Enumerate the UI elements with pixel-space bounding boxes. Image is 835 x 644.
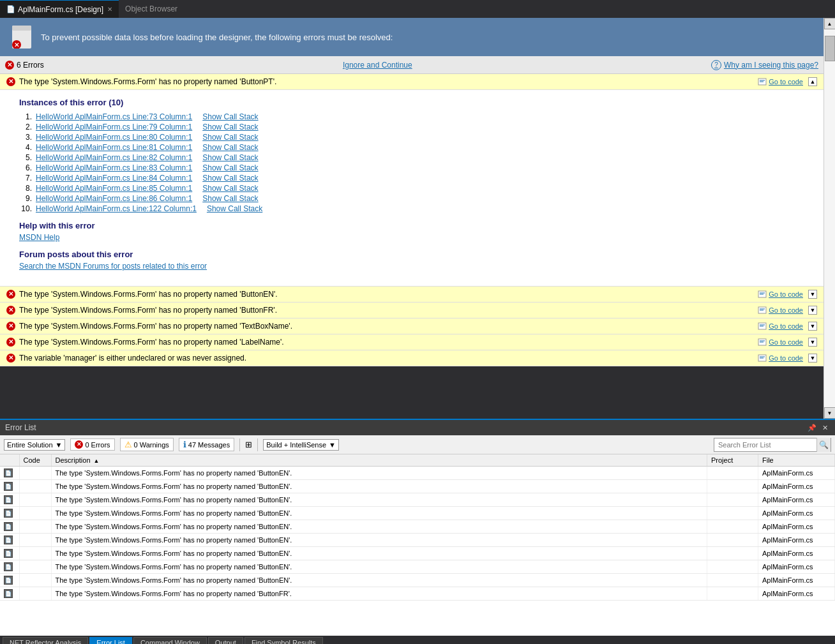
build-dropdown[interactable]: Build + IntelliSense ▼ (263, 439, 339, 451)
why-label[interactable]: Why am I seeing this page? (724, 61, 818, 70)
bottom-tab-output[interactable]: Output (208, 637, 243, 644)
table-row[interactable]: 📄 The type 'System.Windows.Forms.Form' h… (0, 587, 835, 601)
expand-btn[interactable]: ▼ (808, 290, 817, 299)
table-row[interactable]: 📄 The type 'System.Windows.Forms.Form' h… (0, 520, 835, 534)
instance-location-link[interactable]: HelloWorld AplMainForm.cs Line:86 Column… (36, 194, 192, 203)
tab-object-browser[interactable]: Object Browser (119, 0, 184, 18)
collapsed-error-row: ✕ The type 'System.Windows.Forms.Form' h… (0, 287, 824, 303)
why-link[interactable]: ? Why am I seeing this page? (711, 60, 818, 70)
table-row[interactable]: 📄 The type 'System.Windows.Forms.Form' h… (0, 560, 835, 574)
cell-file: AplMainForm.cs (758, 480, 835, 493)
call-stack-link[interactable]: Show Call Stack (202, 194, 258, 203)
error-count-badge: ✕ 6 Errors (5, 61, 44, 70)
table-row[interactable]: 📄 The type 'System.Windows.Forms.Form' h… (0, 574, 835, 587)
call-stack-link[interactable]: Show Call Stack (202, 174, 258, 183)
close-designer-tab-icon[interactable]: ✕ (107, 6, 112, 13)
tab-bar: 📄 AplMainForm.cs [Design] ✕ Object Brows… (0, 0, 835, 18)
expand-btn[interactable]: ▼ (808, 338, 817, 347)
instance-location-link[interactable]: HelloWorld AplMainForm.cs Line:79 Column… (36, 123, 192, 131)
scope-dropdown[interactable]: Entire Solution ▼ (4, 439, 65, 451)
instance-location-link[interactable]: HelloWorld AplMainForm.cs Line:122 Colum… (36, 204, 197, 213)
pin-panel-btn[interactable]: 📌 (807, 423, 817, 433)
expand-collapse-btn[interactable]: ▲ (808, 77, 817, 86)
instances-heading: Instances of this error (10) (19, 98, 811, 107)
bottom-tab-find-symbol-results[interactable]: Find Symbol Results (244, 637, 323, 644)
bottom-tab-error-list[interactable]: Error List (89, 637, 132, 644)
instance-location-link[interactable]: HelloWorld AplMainForm.cs Line:85 Column… (36, 184, 192, 193)
primary-goto-code-link[interactable]: Go to code (758, 77, 803, 86)
scroll-up-btn[interactable]: ▲ (824, 18, 836, 29)
goto-code-link[interactable]: Go to code (758, 338, 803, 347)
goto-code-link[interactable]: Go to code (758, 290, 803, 299)
cell-file: AplMainForm.cs (758, 507, 835, 520)
messages-badge[interactable]: ℹ 47 Messages (179, 438, 234, 451)
filter-icon: ⊞ (245, 440, 252, 449)
instance-location-link[interactable]: HelloWorld AplMainForm.cs Line:83 Column… (36, 163, 192, 172)
expand-btn[interactable]: ▼ (808, 322, 817, 331)
scroll-thumb[interactable] (825, 36, 835, 61)
row-icon: 📄 (4, 549, 13, 558)
goto-code-link[interactable]: Go to code (758, 354, 803, 363)
error-list-table: Code Description ▲ Project File 📄 (0, 454, 835, 601)
error-icon: ✕ (6, 354, 15, 363)
search-input[interactable] (714, 440, 816, 450)
call-stack-link[interactable]: Show Call Stack (202, 112, 258, 121)
goto-code-link[interactable]: Go to code (758, 306, 803, 315)
instance-number: 7. (19, 174, 32, 183)
error-text: The type 'System.Windows.Forms.Form' has… (19, 306, 753, 315)
msdn-help-link[interactable]: MSDN Help (19, 233, 811, 242)
main-scrollbar[interactable]: ▲ ▼ (824, 18, 835, 419)
scroll-track[interactable] (824, 29, 836, 407)
errors-badge[interactable]: ✕ 0 Errors (70, 438, 114, 451)
cell-project (707, 560, 758, 574)
instance-location-link[interactable]: HelloWorld AplMainForm.cs Line:81 Column… (36, 143, 192, 152)
instance-list-item: 8. HelloWorld AplMainForm.cs Line:85 Col… (19, 184, 811, 193)
bottom-tab-net-reflector-analysis[interactable]: NET Reflector Analysis (3, 637, 88, 644)
row-icon: 📄 (4, 562, 13, 571)
cell-icon: 📄 (0, 587, 19, 601)
bottom-tab-command-window[interactable]: Command Window (133, 637, 207, 644)
warnings-badge[interactable]: ⚠ 0 Warnings (120, 438, 174, 451)
table-row[interactable]: 📄 The type 'System.Windows.Forms.Form' h… (0, 467, 835, 480)
col-header-file[interactable]: File (758, 454, 835, 467)
instance-location-link[interactable]: HelloWorld AplMainForm.cs Line:84 Column… (36, 174, 192, 183)
table-row[interactable]: 📄 The type 'System.Windows.Forms.Form' h… (0, 547, 835, 560)
call-stack-link[interactable]: Show Call Stack (202, 163, 258, 172)
instance-location-link[interactable]: HelloWorld AplMainForm.cs Line:80 Column… (36, 133, 192, 142)
goto-code-link[interactable]: Go to code (758, 322, 803, 331)
call-stack-link[interactable]: Show Call Stack (202, 133, 258, 142)
table-row[interactable]: 📄 The type 'System.Windows.Forms.Form' h… (0, 493, 835, 507)
call-stack-link[interactable]: Show Call Stack (202, 123, 258, 131)
cell-project (707, 587, 758, 601)
cell-file: AplMainForm.cs (758, 574, 835, 587)
tab-designer[interactable]: 📄 AplMainForm.cs [Design] ✕ (0, 0, 119, 18)
cell-code (19, 574, 51, 587)
col-header-desc[interactable]: Description ▲ (51, 454, 707, 467)
call-stack-link[interactable]: Show Call Stack (207, 204, 262, 213)
scroll-down-btn[interactable]: ▼ (824, 407, 836, 419)
call-stack-link[interactable]: Show Call Stack (202, 153, 258, 162)
col-header-icon[interactable] (0, 454, 19, 467)
cell-project (707, 507, 758, 520)
col-header-project[interactable]: Project (707, 454, 758, 467)
table-row[interactable]: 📄 The type 'System.Windows.Forms.Form' h… (0, 480, 835, 493)
collapsed-error-row: ✕ The type 'System.Windows.Forms.Form' h… (0, 318, 824, 334)
instance-location-link[interactable]: HelloWorld AplMainForm.cs Line:73 Column… (36, 112, 192, 121)
expand-btn[interactable]: ▼ (808, 354, 817, 363)
instance-location-link[interactable]: HelloWorld AplMainForm.cs Line:82 Column… (36, 153, 192, 162)
cell-file: AplMainForm.cs (758, 534, 835, 547)
search-btn[interactable]: 🔍 (816, 438, 831, 452)
cell-project (707, 574, 758, 587)
instance-list-item: 6. HelloWorld AplMainForm.cs Line:83 Col… (19, 163, 811, 172)
call-stack-link[interactable]: Show Call Stack (202, 184, 258, 193)
collapsed-error-row: ✕ The variable 'manager' is either undec… (0, 350, 824, 366)
table-row[interactable]: 📄 The type 'System.Windows.Forms.Form' h… (0, 534, 835, 547)
call-stack-link[interactable]: Show Call Stack (202, 143, 258, 152)
cell-project (707, 467, 758, 480)
ignore-continue-link[interactable]: Ignore and Continue (54, 61, 701, 70)
close-panel-btn[interactable]: ✕ (820, 423, 830, 433)
table-row[interactable]: 📄 The type 'System.Windows.Forms.Form' h… (0, 507, 835, 520)
expand-btn[interactable]: ▼ (808, 306, 817, 315)
forum-search-link[interactable]: Search the MSDN Forums for posts related… (19, 262, 811, 271)
col-header-code[interactable]: Code (19, 454, 51, 467)
